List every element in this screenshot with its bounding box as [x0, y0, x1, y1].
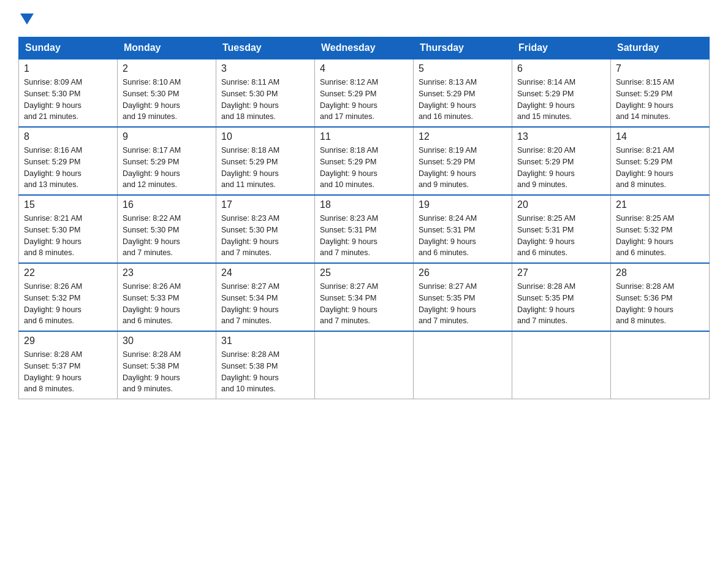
calendar-header-row: SundayMondayTuesdayWednesdayThursdayFrid…	[19, 37, 710, 59]
day-number: 7	[616, 63, 704, 74]
day-info: Sunrise: 8:16 AMSunset: 5:29 PMDaylight:…	[24, 146, 82, 189]
day-info: Sunrise: 8:28 AMSunset: 5:38 PMDaylight:…	[221, 350, 279, 393]
day-info: Sunrise: 8:26 AMSunset: 5:33 PMDaylight:…	[123, 282, 181, 325]
day-number: 2	[123, 63, 211, 74]
day-info: Sunrise: 8:11 AMSunset: 5:30 PMDaylight:…	[221, 78, 279, 121]
calendar-cell	[611, 331, 710, 399]
day-number: 5	[419, 63, 507, 74]
day-number: 13	[517, 131, 605, 142]
calendar-cell	[315, 331, 414, 399]
calendar-cell: 20 Sunrise: 8:25 AMSunset: 5:31 PMDaylig…	[512, 195, 611, 263]
calendar-cell: 31 Sunrise: 8:28 AMSunset: 5:38 PMDaylig…	[216, 331, 315, 399]
calendar-cell: 14 Sunrise: 8:21 AMSunset: 5:29 PMDaylig…	[611, 127, 710, 195]
calendar-cell: 11 Sunrise: 8:18 AMSunset: 5:29 PMDaylig…	[315, 127, 414, 195]
calendar-cell: 17 Sunrise: 8:23 AMSunset: 5:30 PMDaylig…	[216, 195, 315, 263]
calendar-cell: 24 Sunrise: 8:27 AMSunset: 5:34 PMDaylig…	[216, 263, 315, 331]
day-number: 23	[123, 267, 211, 278]
calendar-cell: 7 Sunrise: 8:15 AMSunset: 5:29 PMDayligh…	[611, 59, 710, 127]
calendar-cell	[512, 331, 611, 399]
day-info: Sunrise: 8:25 AMSunset: 5:32 PMDaylight:…	[616, 214, 674, 257]
calendar-week-5: 29 Sunrise: 8:28 AMSunset: 5:37 PMDaylig…	[19, 331, 710, 399]
day-number: 4	[320, 63, 408, 74]
day-info: Sunrise: 8:19 AMSunset: 5:29 PMDaylight:…	[419, 146, 477, 189]
day-info: Sunrise: 8:27 AMSunset: 5:34 PMDaylight:…	[320, 282, 378, 325]
calendar-cell: 6 Sunrise: 8:14 AMSunset: 5:29 PMDayligh…	[512, 59, 611, 127]
calendar-cell: 29 Sunrise: 8:28 AMSunset: 5:37 PMDaylig…	[19, 331, 118, 399]
calendar-cell: 27 Sunrise: 8:28 AMSunset: 5:35 PMDaylig…	[512, 263, 611, 331]
calendar-cell: 25 Sunrise: 8:27 AMSunset: 5:34 PMDaylig…	[315, 263, 414, 331]
calendar-cell: 30 Sunrise: 8:28 AMSunset: 5:38 PMDaylig…	[118, 331, 216, 399]
day-number: 18	[320, 199, 408, 210]
calendar-cell: 19 Sunrise: 8:24 AMSunset: 5:31 PMDaylig…	[414, 195, 512, 263]
calendar-cell	[414, 331, 512, 399]
calendar-cell: 1 Sunrise: 8:09 AMSunset: 5:30 PMDayligh…	[19, 59, 118, 127]
day-number: 28	[616, 267, 704, 278]
day-header-sunday: Sunday	[19, 37, 118, 59]
calendar-week-3: 15 Sunrise: 8:21 AMSunset: 5:30 PMDaylig…	[19, 195, 710, 263]
day-info: Sunrise: 8:21 AMSunset: 5:30 PMDaylight:…	[24, 214, 82, 257]
day-info: Sunrise: 8:15 AMSunset: 5:29 PMDaylight:…	[616, 78, 674, 121]
day-number: 24	[221, 267, 309, 278]
day-number: 1	[24, 63, 112, 74]
calendar-cell: 18 Sunrise: 8:23 AMSunset: 5:31 PMDaylig…	[315, 195, 414, 263]
day-number: 19	[419, 199, 507, 210]
calendar-cell: 4 Sunrise: 8:12 AMSunset: 5:29 PMDayligh…	[315, 59, 414, 127]
page-header	[18, 12, 710, 25]
calendar-week-1: 1 Sunrise: 8:09 AMSunset: 5:30 PMDayligh…	[19, 59, 710, 127]
calendar-cell: 5 Sunrise: 8:13 AMSunset: 5:29 PMDayligh…	[414, 59, 512, 127]
day-header-saturday: Saturday	[611, 37, 710, 59]
day-number: 9	[123, 131, 211, 142]
day-info: Sunrise: 8:12 AMSunset: 5:29 PMDaylight:…	[320, 78, 378, 121]
day-number: 30	[123, 335, 211, 347]
day-number: 25	[320, 267, 408, 278]
logo	[18, 12, 34, 25]
calendar-cell: 8 Sunrise: 8:16 AMSunset: 5:29 PMDayligh…	[19, 127, 118, 195]
day-number: 3	[221, 63, 309, 74]
day-number: 21	[616, 199, 704, 210]
day-info: Sunrise: 8:17 AMSunset: 5:29 PMDaylight:…	[123, 146, 181, 189]
day-info: Sunrise: 8:10 AMSunset: 5:30 PMDaylight:…	[123, 78, 181, 121]
day-header-friday: Friday	[512, 37, 611, 59]
day-info: Sunrise: 8:26 AMSunset: 5:32 PMDaylight:…	[24, 282, 82, 325]
calendar-cell: 15 Sunrise: 8:21 AMSunset: 5:30 PMDaylig…	[19, 195, 118, 263]
day-info: Sunrise: 8:28 AMSunset: 5:38 PMDaylight:…	[123, 350, 181, 393]
day-number: 6	[517, 63, 605, 74]
day-info: Sunrise: 8:09 AMSunset: 5:30 PMDaylight:…	[24, 78, 82, 121]
calendar-cell: 2 Sunrise: 8:10 AMSunset: 5:30 PMDayligh…	[118, 59, 216, 127]
day-number: 22	[24, 267, 112, 278]
day-number: 10	[221, 131, 309, 142]
day-number: 31	[221, 335, 309, 347]
calendar-cell: 23 Sunrise: 8:26 AMSunset: 5:33 PMDaylig…	[118, 263, 216, 331]
day-info: Sunrise: 8:18 AMSunset: 5:29 PMDaylight:…	[320, 146, 378, 189]
day-info: Sunrise: 8:23 AMSunset: 5:31 PMDaylight:…	[320, 214, 378, 257]
calendar-cell: 16 Sunrise: 8:22 AMSunset: 5:30 PMDaylig…	[118, 195, 216, 263]
day-header-thursday: Thursday	[414, 37, 512, 59]
day-info: Sunrise: 8:13 AMSunset: 5:29 PMDaylight:…	[419, 78, 477, 121]
calendar-week-4: 22 Sunrise: 8:26 AMSunset: 5:32 PMDaylig…	[19, 263, 710, 331]
day-number: 17	[221, 199, 309, 210]
logo-triangle-icon	[20, 13, 34, 25]
day-number: 15	[24, 199, 112, 210]
calendar-cell: 13 Sunrise: 8:20 AMSunset: 5:29 PMDaylig…	[512, 127, 611, 195]
day-info: Sunrise: 8:27 AMSunset: 5:34 PMDaylight:…	[221, 282, 279, 325]
day-info: Sunrise: 8:21 AMSunset: 5:29 PMDaylight:…	[616, 146, 674, 189]
day-header-wednesday: Wednesday	[315, 37, 414, 59]
calendar-cell: 28 Sunrise: 8:28 AMSunset: 5:36 PMDaylig…	[611, 263, 710, 331]
day-info: Sunrise: 8:28 AMSunset: 5:36 PMDaylight:…	[616, 282, 674, 325]
day-info: Sunrise: 8:24 AMSunset: 5:31 PMDaylight:…	[419, 214, 477, 257]
day-number: 14	[616, 131, 704, 142]
day-info: Sunrise: 8:22 AMSunset: 5:30 PMDaylight:…	[123, 214, 181, 257]
day-number: 26	[419, 267, 507, 278]
day-number: 16	[123, 199, 211, 210]
calendar-cell: 12 Sunrise: 8:19 AMSunset: 5:29 PMDaylig…	[414, 127, 512, 195]
day-number: 27	[517, 267, 605, 278]
day-number: 29	[24, 335, 112, 347]
day-info: Sunrise: 8:28 AMSunset: 5:37 PMDaylight:…	[24, 350, 82, 393]
svg-marker-0	[20, 13, 34, 25]
day-info: Sunrise: 8:28 AMSunset: 5:35 PMDaylight:…	[517, 282, 575, 325]
calendar-cell: 9 Sunrise: 8:17 AMSunset: 5:29 PMDayligh…	[118, 127, 216, 195]
day-info: Sunrise: 8:25 AMSunset: 5:31 PMDaylight:…	[517, 214, 575, 257]
calendar-table: SundayMondayTuesdayWednesdayThursdayFrid…	[18, 37, 710, 399]
calendar-cell: 3 Sunrise: 8:11 AMSunset: 5:30 PMDayligh…	[216, 59, 315, 127]
day-header-monday: Monday	[118, 37, 216, 59]
